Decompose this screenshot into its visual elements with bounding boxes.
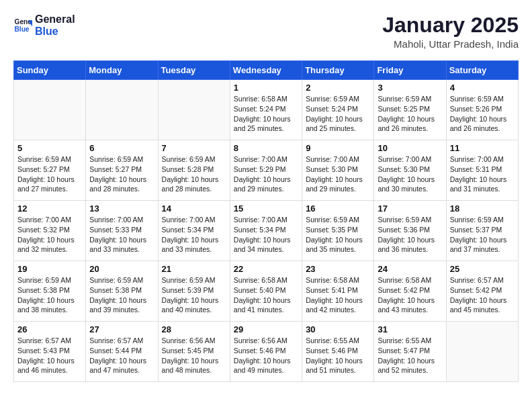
logo: General Blue General Blue bbox=[13, 13, 75, 38]
cell-line: Daylight: 10 hours bbox=[306, 175, 370, 185]
cell-line: Daylight: 10 hours bbox=[162, 295, 226, 306]
cell-line: Daylight: 10 hours bbox=[234, 175, 298, 185]
cell-line: Sunset: 5:25 PM bbox=[378, 104, 442, 114]
day-of-week-thursday: Thursday bbox=[302, 61, 374, 80]
cell-line: Sunset: 5:39 PM bbox=[162, 285, 226, 295]
month-title: January 2025 bbox=[382, 13, 519, 37]
cell-line: Sunset: 5:46 PM bbox=[234, 346, 298, 356]
day-number: 23 bbox=[306, 264, 370, 274]
cell-line: Sunset: 5:41 PM bbox=[306, 285, 370, 295]
cell-line: Daylight: 10 hours bbox=[162, 175, 226, 185]
day-number: 4 bbox=[450, 83, 515, 93]
day-of-week-sunday: Sunday bbox=[14, 61, 86, 80]
cell-line: Sunrise: 7:00 AM bbox=[89, 215, 154, 225]
calendar-cell: 7Sunrise: 6:59 AMSunset: 5:28 PMDaylight… bbox=[158, 140, 230, 201]
calendar-cell: 9Sunrise: 7:00 AMSunset: 5:30 PMDaylight… bbox=[302, 140, 374, 201]
calendar-cell: 4Sunrise: 6:59 AMSunset: 5:26 PMDaylight… bbox=[446, 80, 518, 140]
cell-line: Daylight: 10 hours bbox=[450, 175, 515, 185]
cell-line: Sunrise: 6:58 AM bbox=[378, 275, 442, 285]
cell-line: Sunrise: 7:00 AM bbox=[234, 154, 298, 165]
cell-line: Daylight: 10 hours bbox=[234, 235, 298, 245]
calendar-cell: 28Sunrise: 6:56 AMSunset: 5:45 PMDayligh… bbox=[158, 322, 230, 382]
cell-line: Sunrise: 6:59 AM bbox=[378, 94, 442, 104]
cell-line: Sunset: 5:47 PM bbox=[378, 346, 442, 356]
calendar-cell: 8Sunrise: 7:00 AMSunset: 5:29 PMDaylight… bbox=[230, 140, 302, 201]
cell-line: Sunrise: 7:00 AM bbox=[378, 154, 442, 165]
calendar-cell: 12Sunrise: 7:00 AMSunset: 5:32 PMDayligh… bbox=[14, 201, 86, 261]
day-number: 24 bbox=[378, 264, 442, 274]
day-number: 16 bbox=[306, 203, 370, 214]
cell-line: Sunset: 5:45 PM bbox=[162, 346, 226, 356]
cell-line: Daylight: 10 hours bbox=[89, 356, 154, 366]
day-number: 14 bbox=[162, 203, 226, 214]
cell-line: Sunrise: 6:59 AM bbox=[89, 154, 154, 165]
day-number: 12 bbox=[17, 203, 82, 214]
cell-line: and 36 minutes. bbox=[378, 244, 442, 255]
cell-line: Daylight: 10 hours bbox=[89, 235, 154, 245]
day-number: 19 bbox=[17, 264, 82, 274]
calendar-cell: 23Sunrise: 6:58 AMSunset: 5:41 PMDayligh… bbox=[302, 261, 374, 322]
cell-line: and 31 minutes. bbox=[450, 184, 515, 194]
cell-line: Daylight: 10 hours bbox=[17, 356, 82, 366]
cell-line: Sunset: 5:26 PM bbox=[450, 104, 515, 114]
cell-line: Sunrise: 6:56 AM bbox=[162, 336, 226, 346]
title-block: January 2025 Maholi, Uttar Pradesh, Indi… bbox=[382, 13, 519, 50]
week-row-3: 12Sunrise: 7:00 AMSunset: 5:32 PMDayligh… bbox=[14, 201, 519, 261]
day-number: 8 bbox=[234, 143, 298, 153]
day-of-week-friday: Friday bbox=[374, 61, 446, 80]
cell-line: Sunset: 5:31 PM bbox=[450, 165, 515, 175]
day-of-week-tuesday: Tuesday bbox=[158, 61, 230, 80]
day-number: 31 bbox=[378, 324, 442, 334]
cell-line: Daylight: 10 hours bbox=[378, 175, 442, 185]
calendar-cell: 29Sunrise: 6:56 AMSunset: 5:46 PMDayligh… bbox=[230, 322, 302, 382]
cell-line: Sunrise: 6:57 AM bbox=[450, 275, 515, 285]
cell-line: Daylight: 10 hours bbox=[306, 235, 370, 245]
cell-line: and 35 minutes. bbox=[306, 244, 370, 255]
calendar-cell bbox=[446, 322, 518, 382]
cell-line: Daylight: 10 hours bbox=[378, 235, 442, 245]
location: Maholi, Uttar Pradesh, India bbox=[382, 38, 519, 50]
cell-line: Sunrise: 6:59 AM bbox=[378, 215, 442, 225]
calendar-table: SundayMondayTuesdayWednesdayThursdayFrid… bbox=[13, 60, 519, 382]
calendar-cell: 31Sunrise: 6:55 AMSunset: 5:47 PMDayligh… bbox=[374, 322, 446, 382]
cell-line: Sunrise: 6:59 AM bbox=[162, 275, 226, 285]
day-number: 30 bbox=[306, 324, 370, 334]
cell-line: Daylight: 10 hours bbox=[162, 235, 226, 245]
day-number: 25 bbox=[450, 264, 515, 274]
calendar-cell: 15Sunrise: 7:00 AMSunset: 5:34 PMDayligh… bbox=[230, 201, 302, 261]
cell-line: Sunset: 5:46 PM bbox=[306, 346, 370, 356]
cell-line: Sunset: 5:38 PM bbox=[89, 285, 154, 295]
calendar-cell: 11Sunrise: 7:00 AMSunset: 5:31 PMDayligh… bbox=[446, 140, 518, 201]
calendar-cell: 30Sunrise: 6:55 AMSunset: 5:46 PMDayligh… bbox=[302, 322, 374, 382]
day-number: 1 bbox=[234, 83, 298, 93]
calendar-cell: 6Sunrise: 6:59 AMSunset: 5:27 PMDaylight… bbox=[86, 140, 158, 201]
cell-line: Sunset: 5:24 PM bbox=[306, 104, 370, 114]
day-number: 15 bbox=[234, 203, 298, 214]
cell-line: Daylight: 10 hours bbox=[234, 114, 298, 124]
cell-line: Daylight: 10 hours bbox=[234, 295, 298, 306]
calendar-cell: 5Sunrise: 6:59 AMSunset: 5:27 PMDaylight… bbox=[14, 140, 86, 201]
cell-line: and 39 minutes. bbox=[89, 305, 154, 315]
cell-line: Sunrise: 7:00 AM bbox=[17, 215, 82, 225]
cell-line: Sunset: 5:44 PM bbox=[89, 346, 154, 356]
cell-line: Daylight: 10 hours bbox=[306, 295, 370, 306]
calendar-cell: 17Sunrise: 6:59 AMSunset: 5:36 PMDayligh… bbox=[374, 201, 446, 261]
calendar-cell: 22Sunrise: 6:58 AMSunset: 5:40 PMDayligh… bbox=[230, 261, 302, 322]
cell-line: and 26 minutes. bbox=[450, 124, 515, 134]
cell-line: Daylight: 10 hours bbox=[17, 175, 82, 185]
day-number: 22 bbox=[234, 264, 298, 274]
cell-line: Sunrise: 6:59 AM bbox=[306, 215, 370, 225]
page-header: General Blue General Blue January 2025 M… bbox=[13, 13, 519, 50]
cell-line: Sunset: 5:29 PM bbox=[234, 165, 298, 175]
cell-line: Daylight: 10 hours bbox=[89, 175, 154, 185]
cell-line: Sunset: 5:38 PM bbox=[17, 285, 82, 295]
calendar-cell bbox=[158, 80, 230, 140]
day-number: 28 bbox=[162, 324, 226, 334]
cell-line: Sunrise: 7:00 AM bbox=[234, 215, 298, 225]
cell-line: Sunrise: 6:58 AM bbox=[234, 275, 298, 285]
cell-line: Sunset: 5:27 PM bbox=[89, 165, 154, 175]
cell-line: Daylight: 10 hours bbox=[17, 295, 82, 306]
cell-line: and 37 minutes. bbox=[450, 244, 515, 255]
day-number: 11 bbox=[450, 143, 515, 153]
cell-line: Sunset: 5:35 PM bbox=[306, 225, 370, 235]
